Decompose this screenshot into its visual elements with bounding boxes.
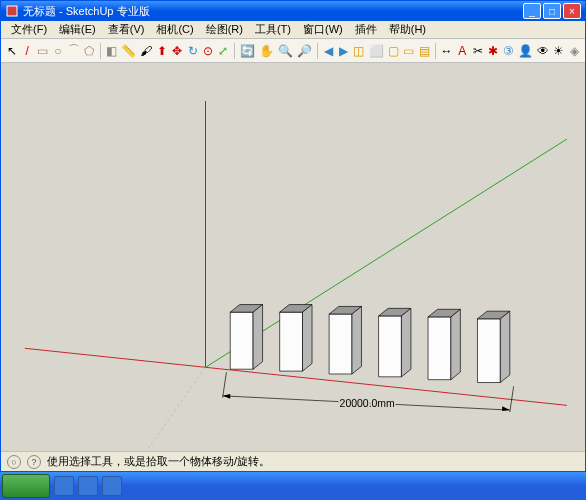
shadow-tool-icon[interactable]: ☀	[552, 42, 565, 60]
task-item[interactable]	[54, 476, 74, 496]
help-icon[interactable]: ?	[27, 455, 41, 469]
paint-tool-icon[interactable]: 🖌	[139, 42, 153, 60]
separator	[100, 43, 101, 59]
circle-tool-icon[interactable]: ○	[51, 42, 64, 60]
polygon-tool-icon[interactable]: ⬠	[83, 42, 96, 60]
offset-tool-icon[interactable]: ⊙	[201, 42, 214, 60]
menu-camera[interactable]: 相机(C)	[150, 22, 199, 37]
front-view-icon[interactable]: ▢	[387, 42, 400, 60]
task-item[interactable]	[78, 476, 98, 496]
green-axis-neg	[148, 367, 205, 448]
prev-view-icon[interactable]: ◀	[321, 42, 334, 60]
svg-marker-3	[253, 305, 263, 370]
dimension-annotation: 20000.0mm	[223, 372, 514, 412]
3dtext-tool-icon[interactable]: ③	[502, 42, 515, 60]
zoom-tool-icon[interactable]: 🔍	[277, 42, 294, 60]
pushpull-tool-icon[interactable]: ⬆	[155, 42, 168, 60]
pan-tool-icon[interactable]: ✋	[258, 42, 275, 60]
close-button[interactable]: ×	[563, 3, 581, 19]
menubar: 文件(F) 编辑(E) 查看(V) 相机(C) 绘图(R) 工具(T) 窗口(W…	[1, 21, 585, 39]
menu-file[interactable]: 文件(F)	[5, 22, 53, 37]
svg-marker-7	[329, 314, 352, 374]
dimension-value: 20000.0mm	[340, 398, 395, 409]
svg-marker-1	[230, 312, 253, 369]
svg-marker-15	[451, 309, 461, 379]
section-tool-icon[interactable]: ✂	[471, 42, 484, 60]
menu-view[interactable]: 查看(V)	[102, 22, 151, 37]
svg-marker-16	[477, 319, 500, 383]
text-tool-icon[interactable]: A	[456, 42, 469, 60]
svg-marker-4	[280, 312, 303, 371]
rectangle-tool-icon[interactable]: ▭	[36, 42, 49, 60]
svg-rect-0	[7, 6, 17, 16]
status-text: 使用选择工具，或是拾取一个物体移动/旋转。	[47, 454, 270, 469]
axes-tool-icon[interactable]: ✱	[486, 42, 499, 60]
zoom-extents-icon[interactable]: 🔎	[296, 42, 313, 60]
maximize-button[interactable]: □	[543, 3, 561, 19]
arc-tool-icon[interactable]: ⌒	[67, 42, 81, 60]
menu-help[interactable]: 帮助(H)	[383, 22, 432, 37]
next-view-icon[interactable]: ▶	[337, 42, 350, 60]
separator	[435, 43, 436, 59]
separator	[317, 43, 318, 59]
svg-line-19	[223, 372, 227, 398]
svg-marker-13	[428, 317, 451, 380]
look-tool-icon[interactable]: 👁	[536, 42, 550, 60]
right-view-icon[interactable]: ▭	[402, 42, 415, 60]
menu-tools[interactable]: 工具(T)	[249, 22, 297, 37]
select-tool-icon[interactable]: ↖	[5, 42, 18, 60]
svg-marker-18	[500, 311, 510, 382]
svg-marker-22	[223, 394, 231, 399]
tape-tool-icon[interactable]: 📏	[120, 42, 137, 60]
move-tool-icon[interactable]: ✥	[170, 42, 183, 60]
orbit-tool-icon[interactable]: 🔄	[239, 42, 256, 60]
menu-window[interactable]: 窗口(W)	[297, 22, 349, 37]
separator	[234, 43, 235, 59]
eraser-tool-icon[interactable]: ◧	[105, 42, 118, 60]
window-title: 无标题 - SketchUp 专业版	[23, 4, 523, 19]
svg-marker-10	[379, 316, 402, 377]
top-view-icon[interactable]: ⬜	[368, 42, 385, 60]
menu-plugins[interactable]: 插件	[349, 22, 383, 37]
taskbar[interactable]	[0, 472, 586, 500]
red-axis-neg	[25, 348, 206, 367]
task-item[interactable]	[102, 476, 122, 496]
scale-tool-icon[interactable]: ⤢	[217, 42, 230, 60]
app-icon	[5, 4, 19, 18]
titlebar[interactable]: 无标题 - SketchUp 专业版 _ □ ×	[1, 1, 585, 21]
scene-svg: 20000.0mm	[1, 63, 585, 451]
start-button[interactable]	[2, 474, 50, 498]
box-group	[230, 305, 510, 383]
toolbar: ↖ / ▭ ○ ⌒ ⬠ ◧ 📏 🖌 ⬆ ✥ ↻ ⊙ ⤢ 🔄 ✋ 🔍 🔎 ◀ ▶ …	[1, 39, 585, 63]
line-tool-icon[interactable]: /	[20, 42, 33, 60]
back-view-icon[interactable]: ▤	[417, 42, 430, 60]
menu-draw[interactable]: 绘图(R)	[200, 22, 249, 37]
dimension-tool-icon[interactable]: ↔	[440, 42, 454, 60]
model-viewport[interactable]: 20000.0mm	[1, 63, 585, 451]
svg-marker-12	[401, 308, 411, 376]
svg-marker-9	[352, 306, 362, 374]
svg-marker-6	[303, 305, 313, 372]
info-icon[interactable]: ○	[7, 455, 21, 469]
menu-edit[interactable]: 编辑(E)	[53, 22, 102, 37]
statusbar: ○ ? 使用选择工具，或是拾取一个物体移动/旋转。	[1, 451, 585, 471]
rotate-tool-icon[interactable]: ↻	[186, 42, 199, 60]
iso-view-icon[interactable]: ◫	[352, 42, 365, 60]
minimize-button[interactable]: _	[523, 3, 541, 19]
xray-tool-icon[interactable]: ◈	[567, 42, 580, 60]
walk-tool-icon[interactable]: 👤	[517, 42, 534, 60]
